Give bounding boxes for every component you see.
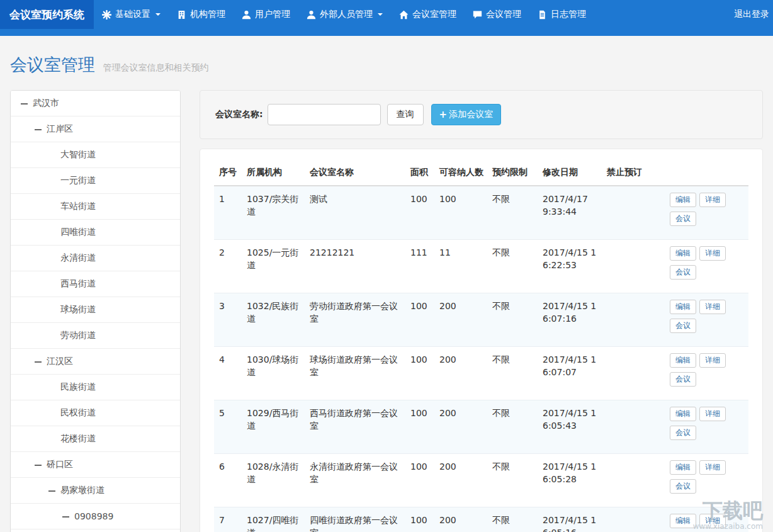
detail-button[interactable]: 详细 [699,407,726,421]
edit-button[interactable]: 编辑 [670,353,696,368]
tree-item[interactable]: 民权街道 [11,400,180,426]
meeting-button[interactable]: 会议 [670,212,696,226]
edit-button[interactable]: 编辑 [670,460,696,475]
tree-item[interactable]: 武汉市 [11,91,180,116]
nav-item-meeting-room[interactable]: 会议室管理 [391,0,465,29]
nav-item-label: 基础设置 [115,9,150,20]
row-capacity: 100 [434,186,487,240]
tree-item-label: 民族街道 [60,382,96,393]
row-area: 100 [405,400,434,454]
row-modified: 2017/4/15 16:07:07 [538,347,602,400]
room-name-input[interactable] [268,104,381,125]
edit-button[interactable]: 编辑 [670,300,696,314]
table-row: 71027/四唯街道四唯街道政府第一会议室100200不限2017/4/15 1… [214,507,748,532]
detail-button[interactable]: 详细 [699,514,726,528]
page-header: 会议室管理 管理会议室信息和相关预约 [0,36,773,90]
rooms-table-body: 11037/宗关街道测试100100不限2017/4/17 9:33:44编辑详… [214,186,748,532]
tree-item[interactable]: 一元街道 [11,168,180,194]
add-room-button[interactable]: + 添加会议室 [431,104,502,125]
row-area: 100 [405,507,434,532]
tree-item[interactable]: 西马街道 [11,271,180,297]
user-icon [242,10,251,20]
row-actions: 编辑详细会议 [665,240,748,293]
detail-button[interactable]: 详细 [699,246,726,261]
tree-item[interactable]: 江岸区 [11,116,180,142]
detail-button[interactable]: 详细 [699,300,726,314]
nav-item-log-management[interactable]: 日志管理 [529,0,594,29]
add-room-button-label: 添加会议室 [449,109,493,120]
row-modified: 2017/4/15 16:05:28 [538,454,602,507]
table-row: 41030/球场街道球场街道政府第一会议室100200不限2017/4/15 1… [214,347,748,400]
col-limit: 预约限制 [487,162,538,186]
row-room-name: 测试 [305,186,405,240]
collapse-minus-icon[interactable] [35,126,42,133]
app-brand[interactable]: 会议室预约系统 [0,0,94,29]
page-title: 会议室管理 [10,55,95,74]
tree-item[interactable]: 硚口区 [11,452,180,478]
collapse-minus-icon[interactable] [21,100,28,107]
collapse-minus-icon[interactable] [35,358,42,365]
row-capacity: 200 [434,400,487,454]
query-button[interactable]: 查询 [387,104,424,125]
tree-item[interactable]: 永清街道 [11,246,180,271]
row-limit: 不限 [487,507,538,532]
meeting-button[interactable]: 会议 [670,479,696,494]
gear-icon [102,10,111,20]
tree-item[interactable]: 易家墩街道 [11,478,180,504]
row-area: 100 [405,293,434,347]
meeting-button[interactable]: 会议 [670,372,696,387]
tree-item-label: 车站街道 [60,201,96,212]
nav-item-label: 机构管理 [190,9,225,20]
row-capacity: 11 [434,240,487,293]
tree-item[interactable]: 0908989 [11,504,180,529]
tree-item-label: 0908989 [74,511,113,521]
search-panel: 会议室名称: 查询 + 添加会议室 [200,90,763,139]
row-no: 1 [214,186,242,240]
edit-button[interactable]: 编辑 [670,246,696,261]
tree-item[interactable]: 四唯街道 [11,220,180,246]
tree-item[interactable]: 劳动街道 [11,323,180,349]
collapse-minus-icon[interactable] [62,513,69,520]
tree-item[interactable]: 大智街道 [11,142,180,168]
row-no: 3 [214,293,242,347]
meeting-button[interactable]: 会议 [670,265,696,280]
col-forbid: 禁止预订 [602,162,665,186]
tree-item-label: 西马街道 [60,278,96,290]
tree-item[interactable]: 民族街道 [11,375,180,400]
row-org: 1037/宗关街道 [242,186,305,240]
nav-item-external-personnel[interactable]: 外部人员管理 [298,0,391,29]
meeting-button[interactable]: 会议 [670,426,696,440]
nav-item-basic-settings[interactable]: 基础设置 [94,0,169,29]
meeting-button[interactable]: 会议 [670,319,696,333]
detail-button[interactable]: 详细 [699,193,726,207]
tree-item[interactable]: 花楼街道 [11,426,180,452]
col-area: 面积 [405,162,434,186]
collapse-minus-icon[interactable] [35,461,42,468]
row-limit: 不限 [487,186,538,240]
edit-button[interactable]: 编辑 [670,407,696,421]
row-org: 1030/球场街道 [242,347,305,400]
tree-item-label: 大智街道 [60,149,96,161]
row-org: 1025/一元街道 [242,240,305,293]
main-column: 会议室名称: 查询 + 添加会议室 序号所属机构会议室名称面积可容纳人数预约限制… [200,90,763,532]
col-org: 所属机构 [242,162,305,186]
nav-item-meeting-management[interactable]: 会议管理 [465,0,529,29]
row-limit: 不限 [487,240,538,293]
tree-item[interactable]: 车站街道 [11,194,180,220]
edit-button[interactable]: 编辑 [670,514,696,528]
tree-item[interactable]: 球场街道 [11,297,180,323]
collapse-minus-icon[interactable] [48,487,55,494]
tree-item-label: 民权街道 [60,407,96,419]
rooms-table-panel: 序号所属机构会议室名称面积可容纳人数预约限制修改日期禁止预订 11037/宗关街… [200,149,763,532]
row-capacity: 200 [434,293,487,347]
nav-item-user-management[interactable]: 用户管理 [234,0,298,29]
detail-button[interactable]: 详细 [699,353,726,368]
logout-link[interactable]: 退出登录 [730,0,773,29]
tree-item[interactable]: 江汉区 [11,349,180,375]
row-org: 1029/西马街道 [242,400,305,454]
tree-item-label: 花楼街道 [60,433,96,444]
edit-button[interactable]: 编辑 [670,193,696,207]
col-capacity: 可容纳人数 [434,162,487,186]
nav-item-org-management[interactable]: 机构管理 [169,0,234,29]
detail-button[interactable]: 详细 [699,460,726,475]
